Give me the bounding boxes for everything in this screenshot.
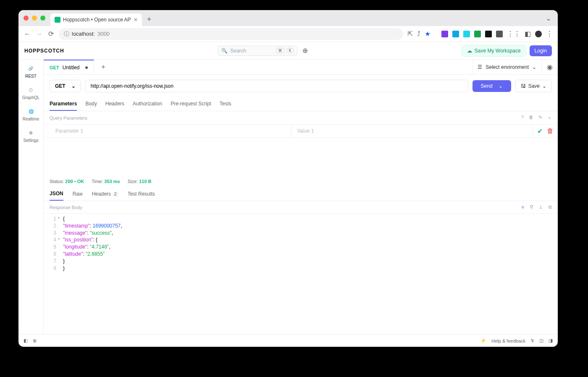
param-delete-icon[interactable]: 🗑	[547, 127, 554, 135]
url-host-text: localhost:	[72, 31, 95, 37]
environment-selector[interactable]: ☰ Select environment ⌄	[472, 60, 541, 74]
extension-icon[interactable]	[485, 31, 492, 37]
site-info-icon[interactable]: ⓘ	[64, 30, 69, 38]
sidebar-item-realtime[interactable]: 🌐 Realtime	[23, 107, 39, 121]
tabs-dropdown-icon[interactable]: ⌄	[546, 14, 551, 22]
login-button[interactable]: Login	[530, 45, 552, 56]
request-tab-active[interactable]: GET Untitled	[44, 60, 94, 74]
search-icon: 🔍	[221, 48, 228, 54]
subtab-parameters[interactable]: Parameters	[50, 97, 77, 111]
install-app-icon[interactable]: ⊕	[302, 47, 308, 55]
subtab-prerequest[interactable]: Pre-request Script	[171, 97, 211, 111]
subtab-authorization[interactable]: Authorization	[133, 97, 162, 111]
sidebar-item-rest[interactable]: 🔗 REST	[25, 65, 37, 79]
search-placeholder: Search	[230, 48, 273, 54]
environment-peek-button[interactable]: ◉	[541, 60, 558, 74]
delete-all-icon[interactable]: 🗑	[529, 115, 533, 121]
method-value: GET	[55, 83, 66, 89]
method-selector[interactable]: GET ⌄	[50, 80, 81, 92]
chevron-down-icon: ⌄	[542, 83, 546, 89]
save-workspace-button[interactable]: ☁ Save My Workspace	[462, 45, 526, 57]
sidebar-label: REST	[25, 74, 37, 79]
chevron-down-icon: ⌄	[71, 83, 76, 89]
browser-urlbar: ← → ⟳ ⓘ localhost:3000 ⇱ ⤴ ★ ⋮⋮ ◧ ⋮	[18, 26, 558, 42]
back-button[interactable]: ←	[24, 30, 31, 38]
panel-right-icon[interactable]: ◨	[549, 338, 553, 343]
subtab-headers[interactable]: Headers	[105, 97, 124, 111]
chevron-down-icon: ⌄	[532, 64, 536, 70]
status-code: 200	[65, 179, 73, 184]
extensions-menu-icon[interactable]: ⋮⋮	[507, 30, 520, 38]
add-param-icon[interactable]: ＋	[547, 115, 552, 121]
download-icon[interactable]: ⤓	[539, 204, 543, 210]
shortcuts-icon[interactable]: ↯	[530, 338, 534, 343]
left-sidebar: 🔗 REST ⬡ GraphQL 🌐 Realtime ⚙ Settings	[18, 60, 44, 334]
side-panel-icon[interactable]: ◧	[525, 30, 531, 38]
query-params-title: Query Parameters	[50, 115, 87, 120]
eye-icon: ◉	[547, 63, 553, 71]
url-field[interactable]: ⓘ localhost:3000	[59, 28, 403, 40]
sidebar-item-graphql[interactable]: ⬡ GraphQL	[22, 86, 39, 100]
browser-tab-title: Hoppscotch • Open source AP	[63, 17, 131, 23]
profile-avatar-icon[interactable]	[535, 31, 542, 37]
help-feedback-link[interactable]: Help & feedback	[491, 338, 525, 343]
filter-icon[interactable]: ∇	[530, 204, 533, 210]
open-external-icon[interactable]: ⇱	[407, 30, 413, 38]
close-tab-icon[interactable]: ✕	[134, 17, 138, 23]
send-button[interactable]: Send ⌄	[472, 80, 511, 92]
query-params-header: Query Parameters ? 🗑 ✎ ＋	[44, 111, 558, 125]
titlebar: Hoppscotch • Open source AP ✕ + ⌄	[18, 10, 558, 26]
panel-left-icon[interactable]: ◧	[24, 338, 28, 343]
extension-icon[interactable]	[474, 31, 481, 37]
subtab-tests[interactable]: Tests	[220, 97, 231, 111]
save-request-button[interactable]: 🖫 Save ⌄	[515, 80, 552, 92]
extension-icon[interactable]	[452, 31, 459, 37]
bulk-edit-icon[interactable]: ✎	[538, 115, 542, 121]
new-tab-button[interactable]: +	[147, 15, 152, 24]
param-key-input[interactable]: Parameter 1	[44, 125, 291, 137]
size-label: Size:	[128, 179, 138, 184]
forward-button[interactable]: →	[35, 30, 43, 38]
content-area: GET Untitled ＋ ☰ Select environment ⌄ ◉	[44, 60, 558, 334]
size-value: 110 B	[139, 179, 151, 184]
resptab-headers-label: Headers	[92, 191, 111, 197]
sidebar-label: Settings	[23, 138, 38, 143]
resptab-headers[interactable]: Headers 2	[92, 188, 118, 200]
reload-button[interactable]: ⟳	[47, 30, 55, 38]
kbd-k: K	[287, 48, 294, 53]
minimize-window-button[interactable]	[32, 16, 37, 21]
share-icon[interactable]: ⤴	[417, 30, 420, 38]
copy-icon[interactable]: ⧉	[549, 204, 552, 210]
app-footer: ◧ ⛨ ⚡ Help & feedback ↯ ◫ ◨	[18, 334, 558, 347]
save-label: Save	[528, 83, 540, 89]
resptab-json[interactable]: JSON	[50, 187, 63, 201]
request-url-input[interactable]	[85, 80, 468, 92]
request-subtabs: Parameters Body Headers Authorization Pr…	[44, 97, 558, 111]
response-body-title: Response Body	[50, 205, 82, 210]
browser-menu-icon[interactable]: ⋮	[546, 30, 553, 38]
param-toggle-icon[interactable]: ✔︎	[537, 127, 543, 135]
extension-icon[interactable]	[441, 31, 448, 37]
extension-icon[interactable]	[463, 31, 470, 37]
close-window-button[interactable]	[24, 16, 29, 21]
sidebar-item-settings[interactable]: ⚙ Settings	[23, 129, 38, 143]
shield-icon[interactable]: ⛨	[33, 338, 37, 343]
wrap-lines-icon[interactable]: ≡	[522, 204, 524, 210]
panel-bottom-icon[interactable]: ◫	[539, 338, 543, 343]
help-icon[interactable]: ?	[521, 115, 524, 121]
bookmark-icon[interactable]: ★	[425, 30, 430, 38]
response-json-viewer[interactable]: 1▾{2 "timestamp": 1699000757,3 "message"…	[44, 214, 558, 273]
resptab-raw[interactable]: Raw	[73, 188, 83, 200]
browser-window: Hoppscotch • Open source AP ✕ + ⌄ ← → ⟳ …	[18, 10, 558, 347]
browser-tab[interactable]: Hoppscotch • Open source AP ✕	[50, 13, 142, 26]
param-value-input[interactable]: Value 1	[291, 125, 533, 137]
gear-icon: ⚙	[27, 129, 34, 136]
search-input[interactable]: 🔍 Search ⌘ K	[218, 46, 297, 56]
add-request-tab-button[interactable]: ＋	[94, 60, 113, 74]
app-logo: HOPPSCOTCH	[24, 48, 64, 54]
graphql-icon: ⬡	[27, 86, 34, 94]
subtab-body[interactable]: Body	[85, 97, 97, 111]
resptab-testresults[interactable]: Test Results	[128, 188, 155, 200]
fullscreen-window-button[interactable]	[40, 16, 45, 21]
extension-icon[interactable]	[496, 31, 503, 37]
